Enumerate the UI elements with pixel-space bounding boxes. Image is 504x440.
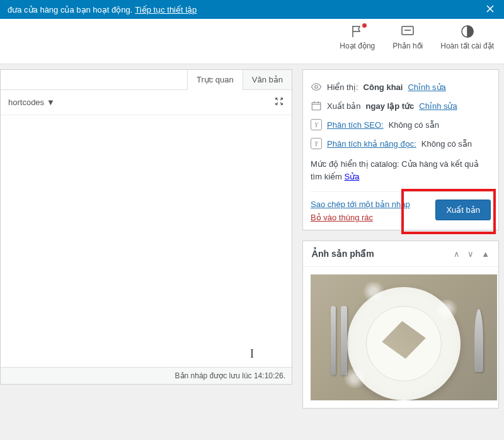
close-icon[interactable] xyxy=(484,3,496,17)
chat-icon xyxy=(400,24,415,39)
contrast-icon xyxy=(460,24,475,39)
feedback-label: Phản hồi xyxy=(392,42,423,50)
publish-button[interactable]: Xuất bản xyxy=(435,200,491,220)
tab-visual[interactable]: Trực quan xyxy=(187,70,243,90)
edit-catalog-link[interactable]: Sửa xyxy=(345,172,360,181)
edit-schedule-link[interactable]: Chỉnh sửa xyxy=(419,101,457,111)
image-box-title: Ảnh sản phẩm xyxy=(312,249,374,259)
svg-rect-3 xyxy=(312,103,321,110)
seo-row: Y Phân tích SEO: Không có sẵn xyxy=(311,115,491,134)
shortcodes-dropdown[interactable]: hortcodes ▼ xyxy=(8,98,55,107)
notification-dot xyxy=(362,23,367,28)
catalog-visibility-row: Mức độ hiển thị catalog: Cửa hàng và kết… xyxy=(311,153,491,185)
text-cursor-icon: I xyxy=(250,347,254,361)
yoast-icon: Y xyxy=(311,119,322,130)
product-image-thumbnail[interactable] xyxy=(311,274,497,400)
seo-link[interactable]: Phân tích SEO: xyxy=(327,120,384,130)
top-toolbar: Hoạt động Phản hồi Hoàn tất cài đặt xyxy=(0,19,504,64)
activity-button[interactable]: Hoạt động xyxy=(340,24,375,59)
finish-setup-button[interactable]: Hoàn tất cài đặt xyxy=(440,24,494,59)
edit-visibility-link[interactable]: Chỉnh sửa xyxy=(408,82,445,92)
tab-text[interactable]: Văn bản xyxy=(243,70,292,89)
feedback-button[interactable]: Phản hồi xyxy=(392,24,423,59)
schedule-row: Xuất bản ngay lập tức Chỉnh sửa xyxy=(311,96,491,115)
publish-metabox: Hiển thị: Công khai Chỉnh sửa Xuất bản n… xyxy=(302,69,499,230)
calendar-icon xyxy=(311,100,322,111)
yoast-icon: Y xyxy=(311,138,322,149)
move-up-icon[interactable]: ∧ xyxy=(454,249,460,259)
trash-link[interactable]: Bỏ vào thùng rác xyxy=(311,213,410,222)
readability-link[interactable]: Phân tích khả năng đọc: xyxy=(327,139,416,149)
product-image-metabox: Ảnh sản phẩm ∧ ∨ ▲ xyxy=(302,240,499,409)
editor-toolbar: hortcodes ▼ xyxy=(1,90,292,115)
editor-tabs: Trực quan Văn bản xyxy=(1,70,292,90)
fullscreen-icon[interactable] xyxy=(274,96,284,108)
editor-status: Bản nháp được lưu lúc 14:10:26. xyxy=(1,367,292,384)
copy-draft-link[interactable]: Sao chép tới một bản nháp xyxy=(311,200,410,209)
setup-banner: đưa cửa hàng của bạn hoạt động. Tiếp tục… xyxy=(0,0,504,19)
readability-row: Y Phân tích khả năng đọc: Không có sẵn xyxy=(311,134,491,153)
finish-label: Hoàn tất cài đặt xyxy=(440,42,494,50)
eye-icon xyxy=(311,81,322,93)
toggle-icon[interactable]: ▲ xyxy=(481,249,490,259)
editor-textarea[interactable]: I xyxy=(1,115,292,367)
publish-actions: Sao chép tới một bản nháp Bỏ vào thùng r… xyxy=(311,191,491,222)
banner-continue-link[interactable]: Tiếp tục thiết lập xyxy=(135,5,197,14)
caret-down-icon: ▼ xyxy=(47,98,55,107)
image-box-header: Ảnh sản phẩm ∧ ∨ ▲ xyxy=(303,241,498,267)
content-editor: Trực quan Văn bản hortcodes ▼ I Bản nháp… xyxy=(0,69,292,385)
flag-icon xyxy=(350,24,365,39)
svg-point-2 xyxy=(315,86,318,89)
banner-text: đưa cửa hàng của bạn hoạt động. xyxy=(8,5,132,14)
activity-label: Hoạt động xyxy=(340,42,375,50)
visibility-row: Hiển thị: Công khai Chỉnh sửa xyxy=(311,77,491,96)
move-down-icon[interactable]: ∨ xyxy=(467,249,474,259)
